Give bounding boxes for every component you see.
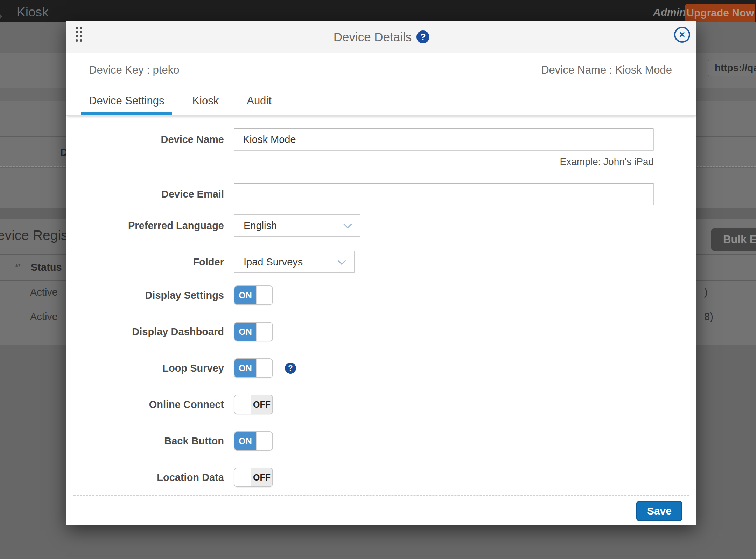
- preferred-language-value: English: [244, 220, 277, 232]
- display-settings-row: Display Settings ON: [66, 285, 696, 305]
- folder-label: Folder: [66, 256, 224, 268]
- toggle-knob: [256, 359, 272, 377]
- admin-menu[interactable]: Admin: [653, 6, 686, 18]
- chevron-down-icon: [343, 220, 352, 228]
- online-connect-label: Online Connect: [66, 399, 224, 410]
- status-column-header[interactable]: Status: [31, 262, 62, 273]
- back-button-toggle[interactable]: ON: [234, 431, 273, 451]
- table-row-status: Active: [30, 287, 58, 298]
- device-name-helper: Example: John's iPad: [66, 156, 654, 167]
- device-email-input[interactable]: [234, 183, 654, 205]
- device-settings-form: Device Name Example: John's iPad Device …: [66, 116, 696, 487]
- table-row-count-fragment: 8): [704, 311, 713, 323]
- sort-arrows-icon[interactable]: ▴▾: [15, 262, 21, 267]
- toggle-knob: [256, 323, 272, 341]
- online-connect-toggle[interactable]: OFF: [234, 395, 273, 414]
- device-name-text: Device Name : Kiosk Mode: [541, 64, 672, 76]
- table-row-count-fragment: ): [704, 287, 708, 298]
- preferred-language-select[interactable]: English: [234, 214, 360, 237]
- page-title: Kiosk: [17, 5, 48, 20]
- folder-row: Folder Ipad Surveys: [66, 251, 696, 273]
- display-dashboard-toggle[interactable]: ON: [234, 322, 273, 341]
- device-registration-heading: evice Registr: [0, 228, 76, 243]
- display-settings-toggle[interactable]: ON: [234, 285, 273, 305]
- toggle-knob: [256, 432, 272, 450]
- location-data-toggle[interactable]: OFF: [234, 468, 273, 487]
- location-data-row: Location Data OFF: [66, 468, 696, 487]
- back-button-label: Back Button: [66, 435, 224, 447]
- chevron-down-icon: [337, 256, 346, 265]
- location-data-label: Location Data: [66, 472, 224, 483]
- display-settings-label: Display Settings: [66, 290, 224, 301]
- table-row-status: Active: [30, 311, 58, 323]
- screen: › Kiosk Admin Upgrade Now Mobile https:/…: [0, 0, 756, 559]
- modal-tabbar: Device Settings Kiosk Audit: [66, 87, 696, 116]
- device-details-modal: Device Details ? ✕ Device Key : pteko De…: [66, 21, 696, 525]
- help-icon[interactable]: ?: [416, 30, 429, 43]
- display-dashboard-row: Display Dashboard ON: [66, 322, 696, 341]
- back-button-row: Back Button ON: [66, 431, 696, 451]
- tab-device-settings[interactable]: Device Settings: [81, 87, 172, 115]
- device-email-label: Device Email: [66, 188, 224, 200]
- close-icon[interactable]: ✕: [674, 27, 690, 43]
- url-input[interactable]: https://qa.: [708, 60, 756, 76]
- loop-survey-row: Loop Survey ON ?: [66, 358, 696, 378]
- device-key-text: Device Key : pteko: [89, 64, 179, 76]
- device-name-input[interactable]: [234, 128, 654, 151]
- display-dashboard-label: Display Dashboard: [66, 326, 224, 338]
- top-navbar: › Kiosk Admin Upgrade Now: [0, 0, 756, 22]
- tab-kiosk[interactable]: Kiosk: [184, 87, 226, 115]
- help-icon[interactable]: ?: [285, 363, 296, 374]
- save-button[interactable]: Save: [636, 501, 682, 521]
- modal-subheader: Device Key : pteko Device Name : Kiosk M…: [66, 53, 696, 87]
- folder-value: Ipad Surveys: [244, 256, 303, 268]
- preferred-language-label: Preferred Language: [66, 220, 224, 232]
- modal-header: Device Details ? ✕: [66, 21, 696, 53]
- modal-footer: Save: [74, 495, 690, 521]
- drag-handle-icon[interactable]: [76, 27, 82, 42]
- loop-survey-toggle[interactable]: ON: [234, 358, 273, 378]
- preferred-language-row: Preferred Language English: [66, 214, 696, 237]
- device-name-row: Device Name: [66, 128, 696, 151]
- tab-audit[interactable]: Audit: [239, 87, 279, 115]
- upgrade-now-button[interactable]: Upgrade Now: [685, 4, 755, 22]
- loop-survey-label: Loop Survey: [66, 363, 224, 374]
- modal-title: Device Details ?: [334, 30, 430, 44]
- device-name-label: Device Name: [66, 134, 224, 145]
- bulk-edit-devices-button[interactable]: Bulk Edit Dev: [711, 228, 756, 251]
- toggle-knob: [234, 468, 251, 486]
- toggle-knob: [256, 286, 272, 304]
- folder-select[interactable]: Ipad Surveys: [234, 251, 355, 273]
- device-email-row: Device Email: [66, 183, 696, 205]
- online-connect-row: Online Connect OFF: [66, 395, 696, 414]
- toggle-knob: [234, 395, 251, 414]
